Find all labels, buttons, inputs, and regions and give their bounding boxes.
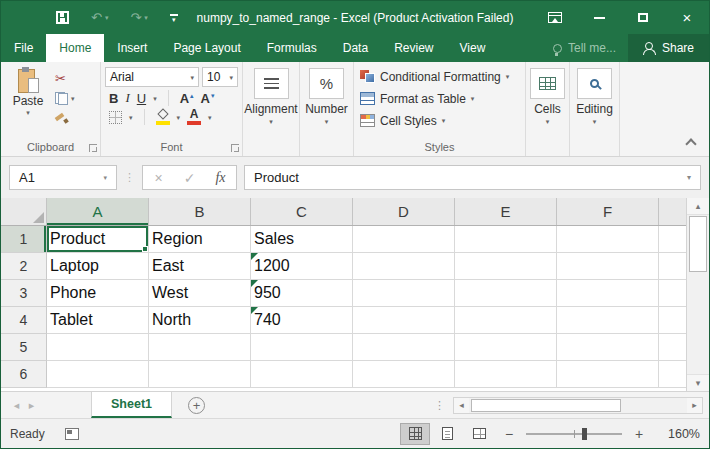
name-box[interactable]: A1▾ [9,165,117,190]
font-color-button[interactable]: A [187,109,201,125]
italic-button[interactable]: I [125,90,129,106]
cell-e3[interactable] [455,280,557,307]
cell-f4[interactable] [557,307,659,334]
copy-button[interactable]: ▾ [55,90,75,106]
customize-quick-access-button[interactable]: ▾ [170,14,178,22]
cell-f5[interactable] [557,334,659,361]
cancel-button[interactable]: × [143,170,174,186]
row-header-3[interactable]: 3 [1,280,47,307]
cell-a4[interactable]: Tablet [47,307,149,334]
cell-d4[interactable] [353,307,455,334]
cell-a3[interactable]: Phone [47,280,149,307]
sheet-nav-right-icon[interactable]: ▸ [24,399,39,412]
tab-review[interactable]: Review [381,34,446,62]
minimize-button[interactable] [577,1,621,34]
chevron-down-icon[interactable]: ▾ [153,95,157,102]
cell-f2[interactable] [557,253,659,280]
zoom-slider[interactable] [526,433,622,435]
formula-input[interactable]: Product▾ [244,165,701,190]
cell-e6[interactable] [455,361,557,388]
horizontal-scrollbar-thumb[interactable] [471,399,621,412]
column-header-partial[interactable] [659,198,686,225]
share-button[interactable]: Share [628,34,709,62]
borders-button[interactable] [109,111,122,124]
close-button[interactable]: × [665,1,709,34]
page-layout-view-button[interactable] [432,423,462,445]
format-painter-button[interactable] [55,110,75,126]
column-header-c[interactable]: C [251,198,353,225]
tab-file[interactable]: File [1,34,46,62]
font-size-select[interactable]: 10▾ [202,67,238,87]
row-header-4[interactable]: 4 [1,307,47,334]
vertical-scrollbar-thumb[interactable] [689,216,707,272]
tab-data[interactable]: Data [330,34,381,62]
zoom-slider-thumb[interactable] [582,428,587,440]
spreadsheet[interactable]: ABCDEF 1ProductRegionSales2LaptopEast120… [1,198,709,391]
cell-b5[interactable] [149,334,251,361]
cell-c6[interactable] [251,361,353,388]
cell-d3[interactable] [353,280,455,307]
scroll-left-icon[interactable]: ◂ [454,400,469,410]
cell-b1[interactable]: Region [149,226,251,253]
number-group-button[interactable]: % Number ▾ [300,62,354,156]
cells-group-button[interactable]: Cells ▾ [526,62,570,156]
row-header-2[interactable]: 2 [1,253,47,280]
cell-b3[interactable]: West [149,280,251,307]
cell-e5[interactable] [455,334,557,361]
redo-button[interactable]: ↷▾ [130,10,147,25]
sheetbar-divider[interactable]: ⋮ [434,399,445,412]
collapse-ribbon-icon[interactable] [685,138,696,149]
column-header-e[interactable]: E [455,198,557,225]
zoom-out-button[interactable]: − [496,426,522,442]
cell-a6[interactable] [47,361,149,388]
vertical-scrollbar[interactable]: ▴ ▾ [686,198,709,391]
paste-button[interactable]: Paste ▾ [5,67,51,138]
cell-a1[interactable]: Product [47,226,149,253]
row-header-1[interactable]: 1 [1,226,47,253]
horizontal-scrollbar[interactable]: ◂ ▸ [453,397,703,414]
new-sheet-button[interactable]: + [188,397,205,414]
column-header-b[interactable]: B [149,198,251,225]
row-header-6[interactable]: 6 [1,361,47,388]
conditional-formatting-button[interactable]: Conditional Formatting▾ [360,67,521,86]
chevron-down-icon[interactable]: ▾ [129,114,133,121]
fill-color-button[interactable] [156,109,170,125]
zoom-percentage[interactable]: 160% [654,427,700,441]
column-header-d[interactable]: D [353,198,455,225]
cell-d2[interactable] [353,253,455,280]
chevron-down-icon[interactable]: ▾ [208,114,212,121]
cell-d1[interactable] [353,226,455,253]
chevron-down-icon[interactable]: ▾ [177,114,181,121]
tab-insert[interactable]: Insert [104,34,160,62]
underline-button[interactable]: U [137,91,146,106]
cell-e1[interactable] [455,226,557,253]
tab-view[interactable]: View [447,34,499,62]
font-dialog-launcher-icon[interactable] [231,144,239,152]
page-break-view-button[interactable] [464,423,494,445]
cell-c1[interactable]: Sales [251,226,353,253]
normal-view-button[interactable] [400,423,430,445]
cell-d6[interactable] [353,361,455,388]
save-button[interactable] [56,11,69,24]
row-header-5[interactable]: 5 [1,334,47,361]
scroll-up-icon[interactable]: ▴ [687,198,709,215]
cell-c4[interactable]: 740 [251,307,353,334]
fill-handle[interactable] [142,246,148,252]
alignment-group-button[interactable]: Alignment ▾ [243,62,300,156]
cell-c2[interactable]: 1200 [251,253,353,280]
format-as-table-button[interactable]: Format as Table▾ [360,89,521,108]
undo-button[interactable]: ↶▾ [91,10,108,25]
cell-e2[interactable] [455,253,557,280]
maximize-button[interactable] [621,1,665,34]
tab-page-layout[interactable]: Page Layout [160,34,253,62]
cut-button[interactable]: ✂ [55,70,75,86]
sheet-nav-left-icon[interactable]: ◂ [9,399,24,412]
cell-a5[interactable] [47,334,149,361]
zoom-in-button[interactable]: + [626,426,652,442]
increase-font-size-button[interactable]: A▴ [180,92,194,105]
tell-me-button[interactable]: Tell me... [541,34,628,62]
scroll-down-icon[interactable]: ▾ [687,374,709,391]
column-header-f[interactable]: F [557,198,659,225]
cell-c3[interactable]: 950 [251,280,353,307]
cell-f3[interactable] [557,280,659,307]
